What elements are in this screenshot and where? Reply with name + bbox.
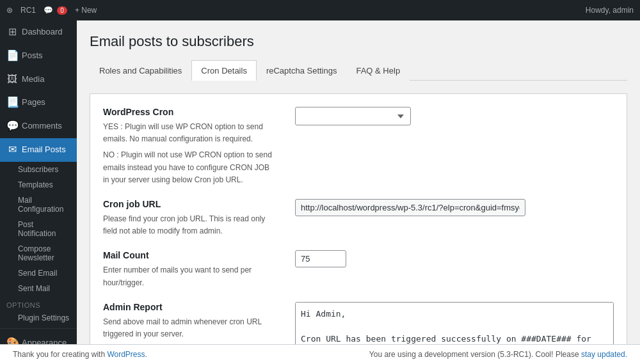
wp-cron-label: WordPress Cron [103, 107, 276, 117]
cron-url-input[interactable] [295, 199, 525, 216]
wp-cron-row: WordPress Cron YES : Plugin will use WP … [103, 107, 614, 186]
tabs-bar: Roles and Capabilities Cron Details reCa… [90, 60, 627, 81]
email-posts-icon: ✉ [6, 143, 18, 157]
main-content: Email posts to subscribers Roles and Cap… [77, 20, 640, 344]
sidebar-sub-subscribers[interactable]: Subscribers [0, 162, 77, 177]
sidebar-label-email-posts: Email Posts [22, 145, 66, 155]
sidebar-item-pages[interactable]: 📃 Pages [0, 91, 77, 115]
wp-cron-desc-no: NO : Plugin will not use WP CRON option … [103, 149, 276, 186]
sidebar-sub-plugin-settings[interactable]: Plugin Settings [0, 310, 77, 326]
sidebar-sub-send-email[interactable]: Send Email [0, 265, 77, 281]
cron-url-description: Cron job URL Please find your cron job U… [103, 199, 276, 237]
site-name[interactable]: RC1 [20, 6, 36, 15]
comments-badge: 0 [57, 6, 67, 15]
sidebar: ⊞ Dashboard 📄 Posts 🖼 Media 📃 Pages 💬 Co… [0, 20, 77, 344]
new-button[interactable]: + New [75, 6, 97, 15]
tab-cron[interactable]: Cron Details [191, 60, 257, 81]
sidebar-sub-compose-newsletter[interactable]: Compose Newsletter [0, 241, 77, 265]
wp-cron-select[interactable]: YES (Use WP CRON) NO (Use Server CRON) [295, 107, 411, 125]
comments-icon[interactable]: 💬 0 [44, 6, 67, 15]
wp-cron-desc-yes: YES : Plugin will use WP CRON option to … [103, 121, 276, 145]
cron-url-desc: Please find your cron job URL. This is r… [103, 213, 276, 237]
admin-report-control: Hi Admin, Cron URL has been triggered su… [295, 302, 614, 344]
footer-wp-link[interactable]: WordPress [107, 350, 145, 359]
footer-left-text: Thank you for creating with [13, 350, 107, 359]
page-title: Email posts to subscribers [90, 33, 627, 50]
sidebar-label-pages: Pages [22, 97, 45, 108]
admin-report-row: Admin Report Send above mail to admin wh… [103, 302, 614, 344]
footer: Thank you for creating with WordPress. Y… [0, 344, 640, 364]
top-bar: ⊛ RC1 💬 0 + New Howdy, admin [0, 0, 640, 20]
sidebar-item-media[interactable]: 🖼 Media [0, 68, 77, 91]
posts-icon: 📄 [6, 49, 18, 63]
sidebar-label-media: Media [22, 74, 44, 85]
sidebar-item-email-posts[interactable]: ✉ Email Posts [0, 138, 77, 162]
tab-faq[interactable]: FAQ & Help [346, 60, 410, 81]
sidebar-item-dashboard[interactable]: ⊞ Dashboard [0, 20, 77, 44]
footer-left: Thank you for creating with WordPress. [13, 350, 147, 359]
cron-url-row: Cron job URL Please find your cron job U… [103, 199, 614, 237]
mail-count-control [295, 250, 614, 267]
admin-report-desc: Send above mail to admin whenever cron U… [103, 316, 276, 340]
cron-url-label: Cron job URL [103, 199, 276, 209]
admin-report-description: Admin Report Send above mail to admin wh… [103, 302, 276, 344]
pages-icon: 📃 [6, 96, 18, 109]
mail-count-row: Mail Count Enter number of mails you wan… [103, 250, 614, 289]
footer-stay-updated-link[interactable]: stay updated. [581, 350, 627, 359]
sidebar-sub-mail-configuration[interactable]: Mail Configuration [0, 193, 77, 217]
sidebar-item-appearance[interactable]: 🎨 Appearance [0, 331, 77, 344]
sidebar-sub-post-notification[interactable]: Post Notification [0, 217, 77, 241]
tab-recaptcha[interactable]: reCaptcha Settings [257, 60, 347, 81]
top-bar-left: ⊛ RC1 💬 0 + New [6, 6, 97, 15]
sidebar-sub-templates[interactable]: Templates [0, 177, 77, 193]
sidebar-item-comments[interactable]: 💬 Comments [0, 115, 77, 138]
wp-cron-control: YES (Use WP CRON) NO (Use Server CRON) [295, 107, 614, 125]
footer-right-text: You are using a development version (5.3… [369, 350, 581, 359]
tab-roles[interactable]: Roles and Capabilities [90, 60, 191, 81]
cron-url-control [295, 199, 614, 216]
appearance-icon: 🎨 [6, 336, 18, 344]
mail-count-input[interactable] [295, 250, 346, 267]
dashboard-icon: ⊞ [6, 26, 18, 39]
top-bar-right: Howdy, admin [586, 6, 634, 15]
admin-report-label: Admin Report [103, 302, 276, 312]
media-icon: 🖼 [6, 73, 18, 86]
admin-report-textarea[interactable]: Hi Admin, Cron URL has been triggered su… [295, 302, 614, 344]
sidebar-label-dashboard: Dashboard [22, 27, 63, 38]
sidebar-item-posts[interactable]: 📄 Posts [0, 44, 77, 68]
howdy-text: Howdy, admin [586, 6, 634, 15]
mail-count-desc: Enter number of mails you want to send p… [103, 264, 276, 289]
options-section-label: Options [0, 296, 77, 310]
mail-count-label: Mail Count [103, 250, 276, 260]
wp-logo[interactable]: ⊛ [6, 6, 13, 15]
sidebar-label-posts: Posts [22, 51, 43, 61]
sidebar-label-appearance: Appearance [22, 338, 67, 344]
sidebar-label-comments: Comments [22, 121, 62, 132]
sidebar-sub-sent-mail[interactable]: Sent Mail [0, 281, 77, 296]
wp-cron-description: WordPress Cron YES : Plugin will use WP … [103, 107, 276, 186]
footer-right: You are using a development version (5.3… [369, 350, 627, 359]
sidebar-divider [0, 328, 77, 329]
comments-sidebar-icon: 💬 [6, 120, 18, 133]
settings-card: WordPress Cron YES : Plugin will use WP … [90, 93, 627, 344]
mail-count-description: Mail Count Enter number of mails you wan… [103, 250, 276, 289]
